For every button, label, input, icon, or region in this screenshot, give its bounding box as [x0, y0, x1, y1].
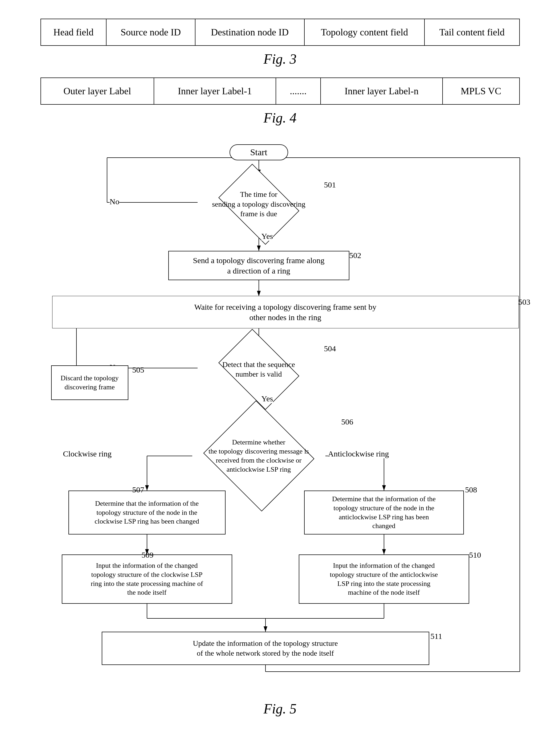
label-507: 507 — [132, 485, 144, 494]
fig4-col4: Inner layer Label-n — [321, 78, 443, 104]
fig3-col1: Head field — [41, 19, 106, 45]
node-504-text: Detect that the sequencenumber is valid — [192, 360, 325, 379]
fig5-container: Start The time forsending a topology dis… — [27, 136, 533, 696]
label-503: 503 — [518, 297, 531, 307]
fig3-col4: Topology content field — [304, 19, 424, 45]
fig5-label: Fig. 5 — [16, 701, 544, 717]
fig3-label: Fig. 3 — [16, 51, 544, 67]
fig3-col2: Source node ID — [106, 19, 195, 45]
node-502: Send a topology discovering frame along … — [168, 251, 349, 280]
fig4-table: Outer layer Label Inner layer Label-1 ..… — [40, 78, 520, 105]
node-508: Determine that the information of the to… — [304, 491, 464, 534]
label-508: 508 — [465, 485, 477, 494]
label-yes1: Yes — [261, 232, 273, 241]
node-504-wrap: Detect that the sequencenumber is valid — [192, 343, 325, 396]
fig3-container: Head field Source node ID Destination no… — [40, 19, 520, 46]
node-506-text: Determine whetherthe topology discoverin… — [176, 438, 341, 474]
label-504: 504 — [324, 344, 336, 353]
node-501-text: The time forsending a topology discoveri… — [192, 190, 325, 219]
flowchart: Start The time forsending a topology dis… — [27, 136, 533, 696]
label-505: 505 — [132, 365, 144, 374]
fig3-col3: Destination node ID — [195, 19, 304, 45]
fig4-col2: Inner layer Label-1 — [154, 78, 276, 104]
node-503: Waite for receiving a topology discoveri… — [53, 296, 518, 328]
label-506: 506 — [341, 417, 353, 427]
fig4-label: Fig. 4 — [16, 110, 544, 126]
label-511: 511 — [431, 632, 442, 641]
node-501-wrap: The time forsending a topology discoveri… — [192, 178, 325, 231]
node-510: Input the information of the changed top… — [299, 554, 469, 604]
label-501: 501 — [324, 180, 336, 189]
label-anticlockwise: Anticlockwise ring — [328, 449, 389, 458]
fig4-container: Outer layer Label Inner layer Label-1 ..… — [40, 78, 520, 105]
label-clockwise: Clockwise ring — [63, 449, 112, 458]
label-yes2: Yes — [261, 394, 273, 403]
fig4-col3: ....... — [276, 78, 321, 104]
fig4-col1: Outer layer Label — [41, 78, 154, 104]
fig3-col5: Tail content field — [424, 19, 519, 45]
node-506-wrap: Determine whetherthe topology discoverin… — [176, 413, 341, 498]
node-509: Input the information of the changed top… — [62, 554, 232, 604]
label-510: 510 — [469, 551, 481, 559]
label-no1: No — [110, 197, 120, 206]
node-511: Update the information of the topology s… — [102, 632, 429, 665]
label-509: 509 — [142, 551, 154, 559]
node-505: Discard the topology discovering frame — [51, 365, 128, 400]
label-502: 502 — [349, 251, 361, 260]
fig4-col5: MPLS VC — [443, 78, 520, 104]
node-507: Determine that the information of the to… — [68, 491, 225, 534]
start-node: Start — [229, 144, 288, 160]
fig3-table: Head field Source node ID Destination no… — [40, 19, 520, 46]
